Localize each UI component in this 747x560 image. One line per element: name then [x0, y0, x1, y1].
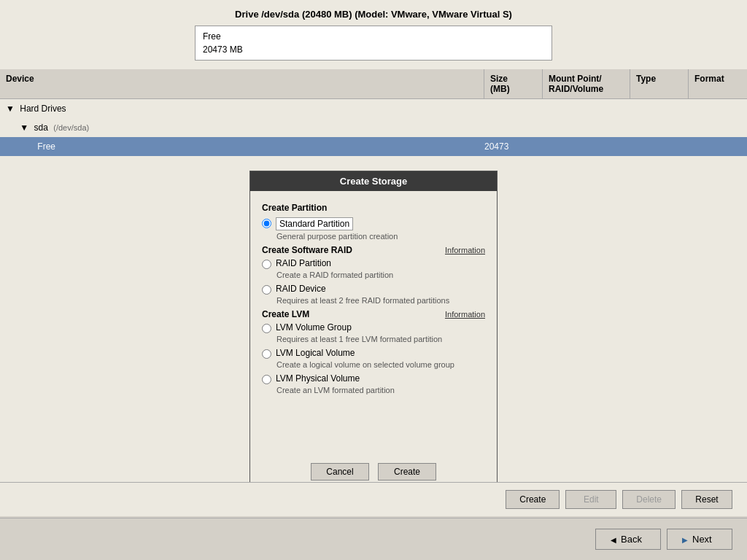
lvm-physical-volume-radio[interactable]	[262, 375, 271, 384]
next-label: Next	[692, 534, 712, 545]
delete-button[interactable]: Delete	[622, 490, 676, 509]
create-lvm-label: Create LVM	[262, 309, 309, 319]
lvm-physical-volume-desc: Create an LVM formated partition	[276, 386, 485, 394]
lvm-logical-volume-label: LVM Logical Volume	[276, 348, 355, 358]
bottom-toolbar: Create Edit Delete Reset	[0, 482, 747, 516]
lvm-logical-volume-radio[interactable]	[262, 349, 271, 359]
sda-collapse-arrow[interactable]: ▼	[20, 122, 28, 133]
sda-label: ▼ sda (/dev/sda)	[0, 121, 484, 134]
lvm-physical-volume-option[interactable]: LVM Physical Volume	[262, 373, 485, 384]
lvm-header: Create LVM Information	[262, 309, 485, 319]
hard-drives-row[interactable]: ▼ Hard Drives	[0, 99, 747, 118]
dialog-title: Create Storage	[250, 171, 497, 191]
free-device-label: Free	[6, 140, 479, 153]
back-label: Back	[621, 534, 642, 545]
drive-free-box: Free 20473 MB	[195, 26, 552, 61]
raid-partition-option[interactable]: RAID Partition	[262, 258, 485, 269]
col-mount: Mount Point/RAID/Volume	[543, 69, 630, 98]
lvm-volume-group-option[interactable]: LVM Volume Group	[262, 322, 485, 333]
software-raid-header: Create Software RAID Information	[262, 245, 485, 255]
col-format: Format	[689, 69, 747, 98]
standard-partition-option[interactable]: Standard Partition	[262, 217, 485, 230]
lvm-info-link[interactable]: Information	[445, 310, 485, 319]
lvm-volume-group-desc: Requires at least 1 free LVM formated pa…	[276, 335, 485, 343]
drive-title: Drive /dev/sda (20480 MB) (Model: VMware…	[235, 9, 512, 20]
nav-bar: Back Next	[0, 518, 747, 560]
lvm-volume-group-label: LVM Volume Group	[276, 322, 352, 332]
main-content: Create Storage Create Partition Standard…	[0, 156, 747, 491]
lvm-physical-volume-label: LVM Physical Volume	[276, 373, 360, 384]
hard-drives-label: ▼ Hard Drives	[0, 102, 484, 115]
col-type: Type	[630, 69, 689, 98]
back-arrow-icon	[611, 534, 616, 545]
reset-button[interactable]: Reset	[681, 490, 732, 509]
create-partition-label: Create Partition	[262, 203, 485, 213]
free-row[interactable]: Free 20473	[0, 137, 747, 156]
collapse-arrow[interactable]: ▼	[6, 104, 15, 114]
drive-info-area: Drive /dev/sda (20480 MB) (Model: VMware…	[0, 0, 747, 69]
raid-device-label: RAID Device	[276, 284, 326, 294]
standard-partition-label: Standard Partition	[276, 217, 353, 230]
table-header: Device Size(MB) Mount Point/RAID/Volume …	[0, 69, 747, 99]
col-size: Size(MB)	[484, 69, 543, 98]
col-device: Device	[0, 69, 484, 98]
next-button[interactable]: Next	[667, 529, 732, 550]
sda-row[interactable]: ▼ sda (/dev/sda)	[0, 118, 747, 137]
create-button[interactable]: Create	[506, 490, 560, 509]
next-arrow-icon	[682, 534, 688, 545]
back-button[interactable]: Back	[595, 529, 661, 550]
lvm-logical-volume-desc: Create a logical volume on selected volu…	[276, 360, 485, 369]
dialog-cancel-button[interactable]: Cancel	[311, 463, 369, 481]
standard-partition-radio[interactable]	[262, 219, 271, 228]
standard-partition-desc: General purpose partition creation	[276, 232, 485, 241]
lvm-volume-group-radio[interactable]	[262, 324, 271, 333]
dialog-create-button[interactable]: Create	[378, 463, 436, 481]
free-label: Free	[203, 30, 544, 43]
free-size: 20473 MB	[203, 43, 544, 56]
raid-device-option[interactable]: RAID Device	[262, 284, 485, 295]
software-raid-info-link[interactable]: Information	[445, 246, 485, 254]
raid-partition-label: RAID Partition	[276, 258, 331, 268]
lvm-logical-volume-option[interactable]: LVM Logical Volume	[262, 348, 485, 359]
create-storage-dialog: Create Storage Create Partition Standard…	[249, 171, 498, 491]
raid-partition-radio[interactable]	[262, 260, 271, 269]
edit-button[interactable]: Edit	[565, 490, 616, 509]
dialog-body: Create Partition Standard Partition Gene…	[250, 191, 497, 456]
raid-device-radio[interactable]	[262, 285, 271, 295]
create-software-raid-label: Create Software RAID	[262, 245, 352, 255]
dialog-overlay: Create Storage Create Partition Standard…	[0, 156, 747, 491]
free-size-cell: 20473	[479, 140, 537, 153]
raid-partition-desc: Create a RAID formated partition	[276, 271, 485, 279]
raid-device-desc: Requires at least 2 free RAID formated p…	[276, 296, 485, 305]
